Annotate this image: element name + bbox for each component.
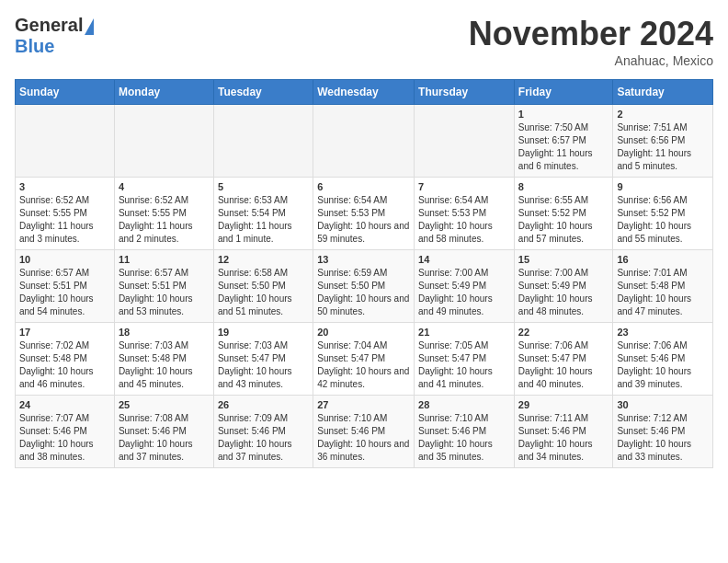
day-number: 28 [418,399,510,410]
calendar-cell: 6Sunrise: 6:54 AM Sunset: 5:53 PM Daylig… [313,178,415,250]
page-header: General Blue November 2024 Anahuac, Mexi… [15,15,713,68]
calendar-cell: 25Sunrise: 7:08 AM Sunset: 5:46 PM Dayli… [114,396,213,468]
day-number: 6 [317,181,410,192]
calendar-cell: 27Sunrise: 7:10 AM Sunset: 5:46 PM Dayli… [313,396,415,468]
calendar-cell: 13Sunrise: 6:59 AM Sunset: 5:50 PM Dayli… [313,250,415,323]
day-number: 19 [218,327,309,338]
calendar-cell: 30Sunrise: 7:12 AM Sunset: 5:46 PM Dayli… [613,396,713,468]
day-info: Sunrise: 7:06 AM Sunset: 5:46 PM Dayligh… [617,339,709,391]
day-number: 18 [119,327,210,338]
calendar-cell: 18Sunrise: 7:03 AM Sunset: 5:48 PM Dayli… [114,323,213,396]
day-info: Sunrise: 7:00 AM Sunset: 5:49 PM Dayligh… [518,267,609,318]
day-info: Sunrise: 7:03 AM Sunset: 5:48 PM Dayligh… [119,339,210,391]
calendar-header-thursday: Thursday [415,80,515,105]
calendar-cell: 4Sunrise: 6:52 AM Sunset: 5:55 PM Daylig… [114,178,213,250]
calendar-week-row: 3Sunrise: 6:52 AM Sunset: 5:55 PM Daylig… [16,178,713,250]
day-number: 24 [19,399,110,410]
calendar-cell: 8Sunrise: 6:55 AM Sunset: 5:52 PM Daylig… [514,178,613,250]
calendar-cell: 2Sunrise: 7:51 AM Sunset: 6:56 PM Daylig… [613,105,713,178]
calendar-cell: 5Sunrise: 6:53 AM Sunset: 5:54 PM Daylig… [213,178,313,250]
day-number: 5 [218,181,309,192]
day-info: Sunrise: 7:07 AM Sunset: 5:46 PM Dayligh… [19,412,110,464]
day-info: Sunrise: 7:08 AM Sunset: 5:46 PM Dayligh… [119,412,210,464]
day-info: Sunrise: 7:51 AM Sunset: 6:56 PM Dayligh… [617,121,709,173]
calendar-cell: 21Sunrise: 7:05 AM Sunset: 5:47 PM Dayli… [415,323,515,396]
day-number: 25 [119,399,210,410]
day-number: 27 [317,399,410,410]
location-text: Anahuac, Mexico [469,53,713,68]
day-info: Sunrise: 6:58 AM Sunset: 5:50 PM Dayligh… [218,267,309,318]
day-info: Sunrise: 7:02 AM Sunset: 5:48 PM Dayligh… [19,339,110,391]
day-number: 3 [19,181,110,192]
calendar-cell: 3Sunrise: 6:52 AM Sunset: 5:55 PM Daylig… [16,178,115,250]
day-number: 29 [518,399,609,410]
day-number: 12 [218,254,309,265]
day-info: Sunrise: 7:05 AM Sunset: 5:47 PM Dayligh… [418,339,510,391]
logo-icon [85,18,94,35]
calendar-cell [213,105,313,178]
calendar-cell: 1Sunrise: 7:50 AM Sunset: 6:57 PM Daylig… [514,105,613,178]
day-info: Sunrise: 6:54 AM Sunset: 5:53 PM Dayligh… [418,194,510,246]
calendar-header-sunday: Sunday [16,80,115,105]
day-info: Sunrise: 7:11 AM Sunset: 5:46 PM Dayligh… [518,412,609,464]
calendar-cell [313,105,415,178]
day-number: 30 [617,399,709,410]
calendar-cell: 12Sunrise: 6:58 AM Sunset: 5:50 PM Dayli… [213,250,313,323]
day-info: Sunrise: 7:03 AM Sunset: 5:47 PM Dayligh… [218,339,309,391]
calendar-cell: 22Sunrise: 7:06 AM Sunset: 5:47 PM Dayli… [514,323,613,396]
day-number: 21 [418,327,510,338]
calendar-cell: 17Sunrise: 7:02 AM Sunset: 5:48 PM Dayli… [16,323,115,396]
day-info: Sunrise: 6:55 AM Sunset: 5:52 PM Dayligh… [518,194,609,246]
calendar-header-tuesday: Tuesday [213,80,313,105]
calendar-cell: 26Sunrise: 7:09 AM Sunset: 5:46 PM Dayli… [213,396,313,468]
day-number: 11 [119,254,210,265]
calendar-cell [114,105,213,178]
day-info: Sunrise: 7:01 AM Sunset: 5:48 PM Dayligh… [617,267,709,318]
calendar-cell: 15Sunrise: 7:00 AM Sunset: 5:49 PM Dayli… [514,250,613,323]
calendar-cell [415,105,515,178]
day-info: Sunrise: 7:00 AM Sunset: 5:49 PM Dayligh… [418,267,510,318]
day-info: Sunrise: 6:52 AM Sunset: 5:55 PM Dayligh… [119,194,210,246]
title-section: November 2024 Anahuac, Mexico [469,15,713,68]
day-info: Sunrise: 7:06 AM Sunset: 5:47 PM Dayligh… [518,339,609,391]
day-info: Sunrise: 7:09 AM Sunset: 5:46 PM Dayligh… [218,412,309,464]
day-info: Sunrise: 7:04 AM Sunset: 5:47 PM Dayligh… [317,339,410,391]
calendar-header-row: SundayMondayTuesdayWednesdayThursdayFrid… [16,80,713,105]
calendar-cell [16,105,115,178]
calendar-week-row: 17Sunrise: 7:02 AM Sunset: 5:48 PM Dayli… [16,323,713,396]
day-number: 16 [617,254,709,265]
day-number: 22 [518,327,609,338]
day-number: 14 [418,254,510,265]
calendar-cell: 19Sunrise: 7:03 AM Sunset: 5:47 PM Dayli… [213,323,313,396]
calendar-cell: 10Sunrise: 6:57 AM Sunset: 5:51 PM Dayli… [16,250,115,323]
day-number: 4 [119,181,210,192]
day-number: 20 [317,327,410,338]
calendar-cell: 28Sunrise: 7:10 AM Sunset: 5:46 PM Dayli… [415,396,515,468]
day-number: 17 [19,327,110,338]
day-info: Sunrise: 6:53 AM Sunset: 5:54 PM Dayligh… [218,194,309,246]
calendar-cell: 7Sunrise: 6:54 AM Sunset: 5:53 PM Daylig… [415,178,515,250]
day-info: Sunrise: 7:10 AM Sunset: 5:46 PM Dayligh… [317,412,410,464]
day-number: 2 [617,109,709,120]
day-info: Sunrise: 7:10 AM Sunset: 5:46 PM Dayligh… [418,412,510,464]
day-info: Sunrise: 6:54 AM Sunset: 5:53 PM Dayligh… [317,194,410,246]
calendar-header-saturday: Saturday [613,80,713,105]
day-number: 8 [518,181,609,192]
calendar-header-friday: Friday [514,80,613,105]
calendar-cell: 16Sunrise: 7:01 AM Sunset: 5:48 PM Dayli… [613,250,713,323]
logo: General Blue [15,15,94,57]
day-number: 9 [617,181,709,192]
day-info: Sunrise: 7:50 AM Sunset: 6:57 PM Dayligh… [518,121,609,173]
logo-blue-text: Blue [15,36,54,57]
day-number: 23 [617,327,709,338]
calendar-cell: 29Sunrise: 7:11 AM Sunset: 5:46 PM Dayli… [514,396,613,468]
day-info: Sunrise: 6:57 AM Sunset: 5:51 PM Dayligh… [19,267,110,318]
calendar-week-row: 10Sunrise: 6:57 AM Sunset: 5:51 PM Dayli… [16,250,713,323]
calendar-week-row: 1Sunrise: 7:50 AM Sunset: 6:57 PM Daylig… [16,105,713,178]
month-title: November 2024 [469,15,713,53]
calendar-table: SundayMondayTuesdayWednesdayThursdayFrid… [15,79,713,468]
calendar-cell: 24Sunrise: 7:07 AM Sunset: 5:46 PM Dayli… [16,396,115,468]
calendar-header-wednesday: Wednesday [313,80,415,105]
calendar-header-monday: Monday [114,80,213,105]
calendar-cell: 23Sunrise: 7:06 AM Sunset: 5:46 PM Dayli… [613,323,713,396]
